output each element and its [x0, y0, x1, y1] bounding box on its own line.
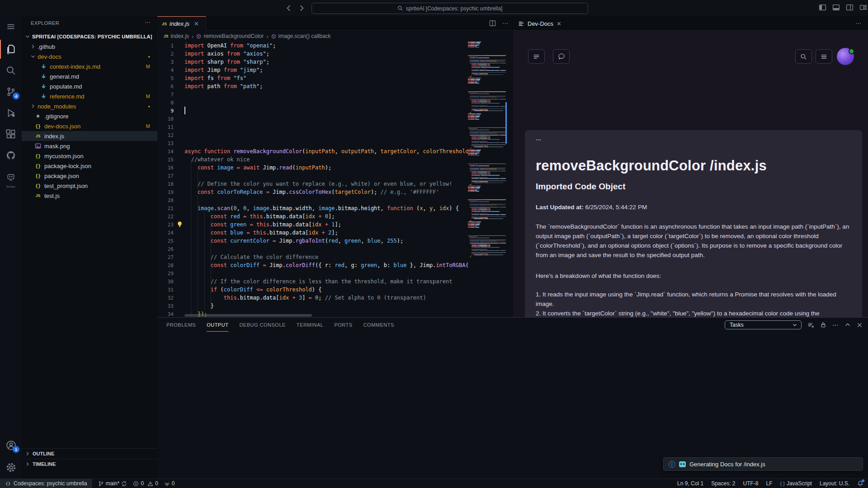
search-view-icon[interactable]	[0, 60, 22, 81]
problems-item[interactable]: 0 0	[133, 480, 158, 487]
panel-more-actions-icon[interactable]: ⋯	[832, 322, 839, 328]
explorer-icon[interactable]	[0, 39, 22, 60]
code-line-14[interactable]: 14async function removeBackgroundColor(i…	[157, 147, 468, 155]
toggle-panel-icon[interactable]	[832, 4, 840, 11]
extensions-icon[interactable]	[0, 124, 22, 145]
code-line-13[interactable]: 13	[157, 139, 468, 147]
explorer-file-index-js[interactable]: JSindex.js	[22, 131, 157, 141]
breadcrumb-item[interactable]: removeBackgroundColor	[203, 33, 264, 39]
breadcrumb[interactable]: JSindex.js›removeBackgroundColor›image.s…	[157, 31, 512, 42]
code-line-9[interactable]: 9	[157, 107, 468, 115]
devdocs-view-icon[interactable]: Dev-Docs	[0, 166, 22, 189]
customize-layout-icon[interactable]	[859, 4, 867, 11]
editor-more-actions-icon[interactable]: ⋯	[502, 20, 509, 27]
cursor-position[interactable]: Ln 9, Col 1	[677, 480, 703, 487]
doc-search-button[interactable]	[795, 49, 812, 64]
breadcrumb-item[interactable]: index.js	[170, 33, 189, 39]
explorer-file-populate-md[interactable]: populate.md	[22, 81, 157, 91]
code-line-7[interactable]: 7	[157, 90, 468, 99]
code-line-19[interactable]: 19 const colorToReplace = Jimp.cssColorT…	[157, 188, 468, 196]
outline-section[interactable]: OUTLINE	[22, 448, 157, 459]
explorer-folder-dev-docs[interactable]: dev-docs●	[22, 52, 157, 61]
code-line-20[interactable]: 20	[157, 196, 468, 204]
code-line-17[interactable]: 17	[157, 172, 468, 180]
explorer-file-mask-png[interactable]: mask.png	[22, 141, 157, 151]
close-tab-icon[interactable]: ✕	[194, 20, 199, 27]
command-center-search[interactable]: spriteAI [Codespaces: psychic umbrella]	[311, 3, 588, 14]
panel-more-actions-icon[interactable]: ⋯	[855, 20, 862, 27]
doc-menu-button[interactable]	[816, 49, 832, 64]
explorer-file-mycustom-json[interactable]: {}mycustom.json	[22, 151, 157, 161]
code-line-18[interactable]: 18 // Define the color you want to repla…	[157, 180, 468, 188]
panel-tab-problems[interactable]: PROBLEMS	[166, 318, 196, 332]
lock-scroll-icon[interactable]	[820, 322, 826, 328]
indentation[interactable]: Spaces: 2	[711, 480, 735, 487]
code-line-5[interactable]: 5import fs from "fs"	[157, 74, 468, 82]
explorer-file-test-js[interactable]: JStest.js	[22, 191, 157, 201]
explorer-file-package-json[interactable]: {}package.json	[22, 171, 157, 181]
code-line-2[interactable]: 2import axios from "axios";	[157, 50, 468, 58]
git-branch-item[interactable]: main*	[98, 480, 127, 487]
ports-item[interactable]: 0	[164, 480, 175, 487]
code-line-11[interactable]: 11	[157, 123, 468, 131]
devdocs-chat-button[interactable]	[553, 49, 570, 64]
settings-gear-icon[interactable]	[0, 457, 22, 478]
clear-output-icon[interactable]	[807, 322, 814, 328]
panel-tab-ports[interactable]: PORTS	[334, 318, 352, 332]
explorer-root-item[interactable]: SPRITEAI [CODESPACES: PSYCHIC UMBRELLA]	[22, 32, 157, 42]
code-line-16[interactable]: 16 const image = await Jimp.read(inputPa…	[157, 164, 468, 172]
explorer-folder-node-modules[interactable]: node_modules●	[22, 101, 157, 111]
close-devdocs-tab-icon[interactable]: ✕	[557, 20, 561, 27]
output-channel-select[interactable]: Tasks	[725, 320, 802, 329]
menu-icon[interactable]	[0, 16, 22, 37]
panel-tab-output[interactable]: OUTPUT	[207, 318, 228, 332]
lightbulb-icon[interactable]	[177, 221, 183, 228]
explorer-folder--github[interactable]: .github	[22, 42, 157, 52]
panel-tab-comments[interactable]: COMMENTS	[363, 318, 394, 332]
horizontal-scrollbar[interactable]	[184, 314, 312, 317]
keyboard-layout[interactable]: Layout: U.S.	[820, 480, 849, 487]
eol[interactable]: LF	[766, 480, 773, 487]
timeline-section[interactable]: TIMELINE	[22, 459, 157, 469]
code-line-4[interactable]: 4import Jimp from "jimp";	[157, 66, 468, 74]
language-mode[interactable]: { } JavaScript	[780, 480, 812, 487]
explorer-file-dev-docs-json[interactable]: {}dev-docs.jsonM	[22, 121, 157, 131]
close-panel-icon[interactable]	[857, 322, 863, 328]
code-line-1[interactable]: 1import OpenAI from "openai";	[157, 42, 468, 50]
tab-devdocs[interactable]: Dev-Docs ✕	[518, 16, 561, 31]
minimap[interactable]	[468, 42, 506, 317]
forward-arrow-icon[interactable]	[297, 4, 306, 12]
code-line-8[interactable]: 8	[157, 99, 468, 107]
code-line-12[interactable]: 12	[157, 131, 468, 139]
tab-index-js[interactable]: JS index.js ✕	[157, 16, 206, 31]
split-editor-icon[interactable]	[489, 20, 496, 27]
maximize-panel-icon[interactable]	[844, 322, 851, 328]
panel-tab-debug-console[interactable]: DEBUG CONSOLE	[239, 318, 285, 332]
breadcrumb-item[interactable]: image.scan() callback	[278, 33, 331, 39]
accounts-icon[interactable]: 1	[0, 435, 22, 455]
encoding[interactable]: UTF-8	[743, 480, 759, 487]
code-line-15[interactable]: 15 //whatever ok nice	[157, 155, 468, 164]
explorer-file-package-lock-json[interactable]: {}package-lock.json	[22, 161, 157, 171]
toggle-sidebar-icon[interactable]	[819, 4, 826, 11]
explorer-file-general-md[interactable]: general.md	[22, 71, 157, 81]
source-control-icon[interactable]: 4	[0, 81, 22, 102]
explorer-file-reference-md[interactable]: reference.mdM	[22, 91, 157, 101]
code-line-10[interactable]: 10	[157, 115, 468, 123]
notifications-bell-icon[interactable]	[857, 480, 863, 487]
toggle-secondary-sidebar-icon[interactable]	[846, 4, 854, 11]
github-icon[interactable]	[0, 145, 22, 166]
avatar[interactable]	[837, 48, 854, 65]
code-line-6[interactable]: 6import path from "path";	[157, 82, 468, 90]
remote-indicator[interactable]: Codespaces: psychic umbrella	[0, 479, 92, 488]
explorer-more-actions-icon[interactable]: ⋯	[145, 19, 151, 26]
back-arrow-icon[interactable]	[285, 4, 293, 12]
devdocs-menu-button[interactable]	[528, 49, 545, 64]
code-line-3[interactable]: 3import sharp from "sharp";	[157, 58, 468, 66]
explorer-file--gitignore[interactable]: .gitignore	[22, 111, 157, 121]
explorer-file-test-prompt-json[interactable]: {}test_prompt.json	[22, 181, 157, 191]
panel-tab-terminal[interactable]: TERMINAL	[297, 318, 324, 332]
explorer-file-context-index-js-md[interactable]: context-index.js.mdM	[22, 61, 157, 71]
notification-toast[interactable]: i Generating Docs for /index.js	[663, 457, 863, 471]
run-debug-icon[interactable]	[0, 103, 22, 123]
